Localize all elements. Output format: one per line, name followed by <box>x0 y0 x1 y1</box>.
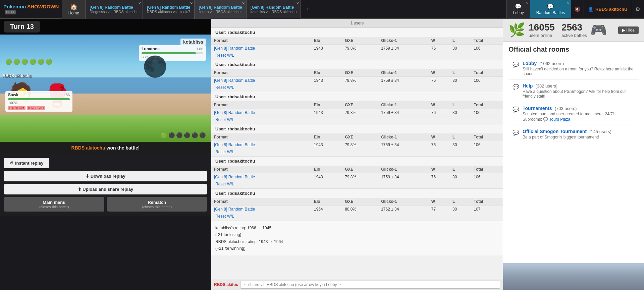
own-party-1: 🟢 <box>161 132 167 138</box>
room-help-info: Help (382 users) Have a question about P… <box>523 83 635 99</box>
th-format: Format <box>211 37 311 45</box>
tournaments-room-icon: 💬 <box>513 106 519 113</box>
sound-button[interactable]: 🔇 <box>571 0 584 18</box>
stats-table-5: Format Elo GXE Glicko-1 W L Total [Gen 8… <box>211 166 503 181</box>
th-format-6: Format <box>211 198 311 206</box>
room-tournaments[interactable]: 💬 Tournaments (703 users) Scripted tours… <box>508 102 639 125</box>
row1-l: 30 <box>450 45 471 52</box>
chat-rooms-area[interactable]: Official chat rooms 💬 Lobby (1062 users)… <box>503 42 644 263</box>
instant-replay-button[interactable]: ↺ Instant replay <box>4 158 49 168</box>
chat-input[interactable] <box>240 281 500 289</box>
reset-link-4[interactable]: Reset W/L <box>211 149 503 156</box>
user-name-5: rbdsakitochu <box>228 159 255 164</box>
controls-row-3: ⬆ Upload and share replay <box>4 184 207 194</box>
users-online-number: 16055 <box>529 22 555 33</box>
right-tab-random-battles-close[interactable]: ✕ <box>567 1 570 5</box>
row2-total: 106 <box>471 77 503 84</box>
row6-l: 30 <box>450 206 471 213</box>
th-glicko-2: Glicko-1 <box>378 69 429 77</box>
battle-result: RBDS akitochu won the battle! <box>0 142 211 154</box>
logo-pokemon: Pokémon <box>3 4 26 9</box>
room-tournaments-desc: Scripted tours and user-created formats … <box>523 112 635 116</box>
table-row: [Gen 8] Random Battle 1943 79.8% 1759 ± … <box>211 77 503 84</box>
row1-w: 76 <box>429 45 450 52</box>
room-lobby[interactable]: 💬 Lobby (1062 users) Still haven't decid… <box>508 57 639 80</box>
users-online-block: 🌿 16055 users online <box>508 22 555 38</box>
rating-line4: (+21 for winning) <box>215 245 499 252</box>
reset-link-3[interactable]: Reset W/L <box>211 117 503 124</box>
user-name-4: rbdsakitochu <box>228 126 255 131</box>
tab-battle-2[interactable]: [Gen 8] Random Battle RBDS akitochu vs. … <box>143 0 195 19</box>
enemy-hp-bar-fill <box>142 52 196 54</box>
settings-button[interactable]: ⚙ <box>631 0 644 18</box>
hide-button[interactable]: ▶ Hide <box>618 26 639 34</box>
enemy-pokemon-name: Lunatone <box>142 47 160 51</box>
th-format-4: Format <box>211 133 311 141</box>
room-smogon-count: (145 users) <box>589 129 611 134</box>
user-section-2: User: rbdsakitochu Format Elo GXE Glicko… <box>211 60 503 92</box>
right-tab-random-battles[interactable]: 💬 Random Battles ✕ <box>530 0 571 18</box>
row3-glicko: 1759 ± 34 <box>378 109 429 117</box>
active-battles-block: 2563 active battles 🎮 <box>561 22 607 38</box>
room-smogon-tournament[interactable]: 💬 Official Smogon Tournament (145 users)… <box>508 125 639 143</box>
tab-battle-2-subtitle: RBDS akitochu vs. sirlulu7 <box>147 10 191 14</box>
room-help-count: (382 users) <box>535 83 557 89</box>
reset-link-1[interactable]: Reset W/L <box>211 52 503 60</box>
right-tab-lobby-close[interactable]: ✕ <box>526 1 529 5</box>
reset-link-2[interactable]: Reset W/L <box>211 84 503 92</box>
row5-format: [Gen 8] Random Battle <box>211 173 311 181</box>
user-label-1: User: rbdsakitochu <box>211 28 503 37</box>
users-table-area[interactable]: User: rbdsakitochu Format Elo GXE Glicko… <box>211 28 503 279</box>
room-lobby-name: Lobby <box>523 61 537 66</box>
reset-link-6[interactable]: Reset W/L <box>211 213 503 221</box>
enemy-party-6: 🟢 <box>46 59 52 65</box>
tab-battle-2-close[interactable]: ✕ <box>190 1 193 6</box>
download-replay-button[interactable]: ⬇ Download replay <box>4 171 207 181</box>
right-tab-random-battles-label: Random Battles <box>536 10 565 15</box>
own-party-2: ⚫ <box>168 132 175 138</box>
row3-elo: 1943 <box>311 109 342 117</box>
tab-battle-4[interactable]: [Gen 8] Random Battle ketabliss vs. RBDS… <box>247 0 301 19</box>
th-gxe-6: GXE <box>342 198 378 206</box>
upload-replay-button[interactable]: ⬆ Upload and share replay <box>4 184 207 194</box>
tab-battle-3[interactable]: [Gen 8] Random Battle chiaro vs. RBDS ak… <box>195 0 246 19</box>
controls-row-2: ⬇ Download replay <box>4 171 207 181</box>
row2-l: 30 <box>450 77 471 84</box>
th-glicko-4: Glicko-1 <box>378 133 429 141</box>
logo-showdown: SHOWDOWN <box>27 4 59 9</box>
right-tab-lobby[interactable]: 💬 Lobby ✕ <box>506 0 530 18</box>
enemy-level: L88 <box>197 47 203 51</box>
active-battles-sprite: 🎮 <box>590 22 607 38</box>
tab-battle-3-close[interactable]: ✕ <box>242 1 245 6</box>
th-l-6: L <box>450 198 471 206</box>
row4-elo: 1943 <box>311 141 342 149</box>
tab-add-button[interactable]: + <box>301 0 315 18</box>
own-party-5: ⚫ <box>192 132 198 138</box>
th-w-3: W <box>429 101 450 109</box>
row5-elo: 1943 <box>311 173 342 181</box>
row6-elo: 1964 <box>311 206 342 213</box>
table-row: [Gen 8] Random Battle 1943 79.8% 1759 ± … <box>211 109 503 117</box>
reset-link-5[interactable]: Reset W/L <box>211 181 503 188</box>
tab-battle-4-close[interactable]: ✕ <box>296 1 299 6</box>
row4-glicko: 1759 ± 34 <box>378 141 429 149</box>
tab-home[interactable]: 🏠 Home <box>62 0 86 19</box>
own-hp-percent: 100% <box>8 101 17 105</box>
row6-format: [Gen 8] Random Battle <box>211 206 311 213</box>
table-row: [Gen 8] Random Battle 1964 80.0% 1762 ± … <box>211 206 503 213</box>
tours-plaza-link[interactable]: Tours Plaza <box>549 117 570 122</box>
row5-l: 30 <box>450 173 471 181</box>
right-panel: 🌿 16055 users online 2563 active battles… <box>503 19 644 290</box>
th-elo-4: Elo <box>311 133 342 141</box>
th-glicko-5: Glicko-1 <box>378 166 429 173</box>
turn-badge: Turn 13 <box>4 21 40 33</box>
room-help[interactable]: 💬 Help (382 users) Have a question about… <box>508 80 639 102</box>
main-menu-button[interactable]: Main menu (closes this battle) <box>4 197 104 212</box>
rematch-button[interactable]: Rematch (closes this battle) <box>107 197 207 212</box>
tab-battle-1-close[interactable]: ✕ <box>138 1 141 6</box>
tab-battle-1[interactable]: [Gen 8] Random Battle Diegossss vs. RBDS… <box>86 0 143 19</box>
user-label-5: User: rbdsakitochu <box>211 157 503 166</box>
user-name-3: rbdsakitochu <box>228 94 255 99</box>
own-party-3: ⚫ <box>176 132 183 138</box>
table-header-3: Format Elo GXE Glicko-1 W L Total <box>211 101 503 109</box>
